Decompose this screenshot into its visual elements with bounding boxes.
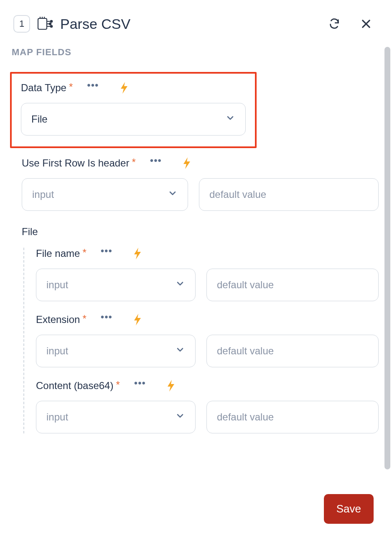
chevron-down-icon <box>175 279 185 291</box>
content-base64-default-input[interactable]: default value <box>206 401 379 433</box>
use-first-row-select[interactable]: input <box>22 178 188 211</box>
content-area: MAP FIELDS Data Type * ••• File Use Firs <box>0 47 392 469</box>
svg-point-3 <box>51 26 52 27</box>
step-number-badge: 1 <box>13 15 30 33</box>
use-first-row-field: Use First Row Is header * ••• input defa… <box>10 157 379 211</box>
content-base64-label: Content (base64) <box>36 380 113 392</box>
file-name-label: File name <box>36 248 80 259</box>
input-placeholder: default value <box>217 411 274 423</box>
header-actions <box>327 16 374 31</box>
close-button[interactable] <box>359 16 374 31</box>
file-name-select[interactable]: input <box>36 269 196 301</box>
more-options-icon[interactable]: ••• <box>150 155 162 167</box>
extension-default-input[interactable]: default value <box>206 335 379 367</box>
footer: Save <box>324 494 374 524</box>
file-group-label: File <box>22 226 379 238</box>
page-title: Parse CSV <box>60 16 320 32</box>
extension-field: Extension * ••• input <box>36 314 379 367</box>
data-type-highlight: Data Type * ••• File <box>10 72 257 148</box>
svg-rect-0 <box>38 18 47 29</box>
svg-point-1 <box>51 20 52 22</box>
scrollbar[interactable] <box>384 47 390 469</box>
bolt-icon[interactable] <box>133 314 142 325</box>
select-placeholder: input <box>46 279 68 291</box>
select-placeholder: input <box>46 345 68 357</box>
bolt-icon[interactable] <box>120 82 128 94</box>
required-asterisk: * <box>82 313 86 325</box>
use-first-row-default-input[interactable]: default value <box>199 178 379 211</box>
required-asterisk: * <box>116 379 120 391</box>
content-base64-select[interactable]: input <box>36 401 196 433</box>
select-placeholder: input <box>32 189 54 200</box>
data-type-label-row: Data Type * ••• <box>21 82 246 94</box>
more-options-icon[interactable]: ••• <box>134 377 146 389</box>
flow-icon <box>37 15 53 32</box>
content-base64-field: Content (base64) * ••• input <box>36 380 379 433</box>
refresh-button[interactable] <box>327 16 342 31</box>
use-first-row-label: Use First Row Is header <box>22 157 129 169</box>
more-options-icon[interactable]: ••• <box>101 311 112 323</box>
file-name-default-input[interactable]: default value <box>206 269 379 301</box>
save-button[interactable]: Save <box>324 494 374 524</box>
file-name-field: File name * ••• input <box>36 248 379 301</box>
section-label: MAP FIELDS <box>12 47 379 58</box>
file-group-body: File name * ••• input <box>23 248 379 433</box>
scrollbar-thumb[interactable] <box>384 47 390 469</box>
input-placeholder: default value <box>217 279 274 291</box>
bolt-icon[interactable] <box>183 157 191 169</box>
required-asterisk: * <box>82 247 86 259</box>
extension-label: Extension <box>36 314 80 325</box>
data-type-label: Data Type <box>21 82 66 94</box>
bolt-icon[interactable] <box>167 380 175 392</box>
svg-point-2 <box>49 23 51 25</box>
use-first-row-label-row: Use First Row Is header * ••• <box>22 157 379 169</box>
required-asterisk: * <box>132 156 135 168</box>
data-type-select[interactable]: File <box>21 103 246 136</box>
input-placeholder: default value <box>209 189 266 200</box>
select-placeholder: input <box>46 411 68 423</box>
more-options-icon[interactable]: ••• <box>87 79 99 91</box>
bolt-icon[interactable] <box>133 248 142 259</box>
header: 1 Parse CSV <box>0 0 392 33</box>
chevron-down-icon <box>225 113 235 126</box>
extension-select[interactable]: input <box>36 335 196 367</box>
data-type-value: File <box>31 113 48 125</box>
chevron-down-icon <box>175 411 185 423</box>
input-placeholder: default value <box>217 345 274 357</box>
chevron-down-icon <box>168 188 178 201</box>
required-asterisk: * <box>69 81 73 93</box>
more-options-icon[interactable]: ••• <box>101 245 112 257</box>
chevron-down-icon <box>175 345 185 357</box>
